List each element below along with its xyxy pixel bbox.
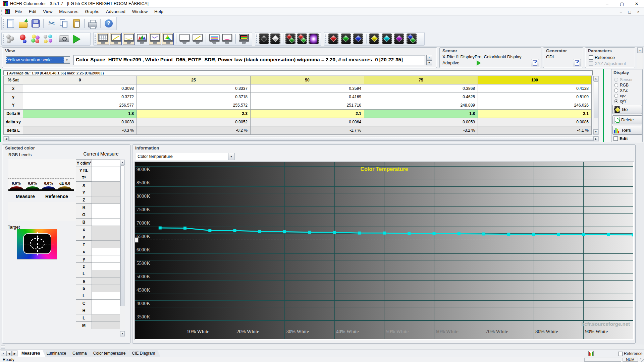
nearblack-graph-view-icon[interactable]	[123, 33, 135, 45]
data-point-marker[interactable]	[283, 230, 286, 233]
open-icon[interactable]	[17, 18, 29, 29]
scrollbar-thumb[interactable]	[1, 346, 5, 349]
minimize-button[interactable]: –	[600, 0, 614, 7]
data-point-marker[interactable]	[433, 232, 436, 235]
data-point-marker[interactable]	[333, 231, 336, 234]
resize-grip[interactable]	[640, 358, 644, 362]
display-radio-rgb[interactable]: RGB	[614, 83, 629, 87]
parameter-checkbox-reference[interactable]: Reference	[589, 55, 615, 60]
table-cell[interactable]: 248.889	[364, 101, 478, 110]
print-icon[interactable]	[87, 18, 98, 29]
measure-grayscale-icon[interactable]	[259, 33, 269, 45]
satluminance-graph-view-icon[interactable]	[221, 33, 233, 45]
measure-nearwhite-icon[interactable]	[270, 33, 280, 45]
chevron-down-icon[interactable]: ▼	[64, 57, 70, 63]
table-cell[interactable]: 1.8	[364, 110, 478, 118]
menu-measures[interactable]: Measures	[56, 8, 82, 15]
table-cell[interactable]: 0.3093	[23, 84, 137, 93]
checkbox-icon[interactable]	[589, 55, 593, 60]
delete-button[interactable]: Delete	[612, 115, 642, 124]
data-point-marker[interactable]	[632, 233, 634, 236]
checkbox-icon[interactable]	[613, 136, 618, 141]
close-button[interactable]: ✕	[629, 0, 644, 7]
measure-all-sat-icon[interactable]	[406, 33, 417, 45]
table-horizontal-scrollbar[interactable]: ◀ ▶	[3, 136, 599, 141]
measure-primaries-icon[interactable]	[285, 33, 296, 45]
table-cell[interactable]: 2.1	[478, 110, 592, 118]
table-cell[interactable]: -4.1 %	[478, 126, 592, 135]
radio-icon[interactable]	[614, 94, 618, 98]
run-measures-icon[interactable]	[71, 33, 82, 45]
primaries-measure-icon[interactable]	[30, 33, 41, 45]
measure-green-sat-icon[interactable]	[340, 33, 352, 45]
cut-icon[interactable]: ✂	[46, 18, 57, 29]
mdi-minimize-button[interactable]: –	[617, 9, 625, 15]
new-icon[interactable]	[5, 18, 16, 29]
table-cell[interactable]: 0.3594	[251, 84, 364, 93]
maximize-button[interactable]: ▢	[614, 0, 629, 7]
scroll-up-icon[interactable]: ▲	[120, 160, 125, 165]
refs-button[interactable]: Refs	[612, 126, 642, 135]
main-horizontal-scrollbar[interactable]	[0, 345, 644, 350]
data-point-marker[interactable]	[358, 232, 361, 235]
measures-file-icon[interactable]	[588, 351, 594, 356]
menu-edit[interactable]: Edit	[25, 8, 40, 15]
menu-help[interactable]: Help	[151, 8, 167, 15]
measure-cyan-sat-icon[interactable]	[381, 33, 392, 45]
tab-luminance[interactable]: Luminance	[43, 350, 71, 357]
mdi-close-button[interactable]: ×	[635, 9, 642, 15]
spinner-up-icon[interactable]: ▲	[426, 55, 432, 60]
menu-window[interactable]: Window	[129, 8, 151, 15]
data-point-marker[interactable]	[458, 232, 461, 235]
radio-icon[interactable]	[614, 88, 618, 93]
table-cell[interactable]: 251.716	[251, 101, 364, 110]
about-icon[interactable]: ?	[103, 18, 114, 29]
menu-view[interactable]: View	[40, 8, 56, 15]
table-cell[interactable]: 0.5109	[478, 93, 592, 101]
table-cell[interactable]: 256.577	[23, 101, 137, 110]
continuous-measure-icon[interactable]	[42, 33, 54, 45]
scroll-up-icon[interactable]: ▲	[593, 76, 598, 81]
current-measure-scrollbar[interactable]: ▲ ▼	[120, 160, 125, 337]
data-point-marker[interactable]	[233, 229, 236, 232]
measures-grid-view-icon[interactable]	[97, 33, 109, 45]
checkbox-icon[interactable]	[618, 352, 623, 356]
table-cell[interactable]: 0.4128	[478, 84, 592, 93]
tab-measures[interactable]: Measures	[18, 350, 45, 357]
measure-magenta-sat-icon[interactable]	[393, 33, 405, 45]
sensor-start-icon[interactable]	[477, 60, 481, 66]
spinner-down-icon[interactable]: ▼	[426, 60, 432, 65]
chevron-down-icon[interactable]: ▼	[228, 153, 234, 160]
scrollbar-thumb[interactable]	[594, 81, 598, 118]
table-cell[interactable]: 246.026	[478, 101, 592, 110]
data-point-marker[interactable]	[383, 232, 386, 235]
menu-advanced[interactable]: Advanced	[103, 8, 129, 15]
table-cell[interactable]: 255.572	[137, 101, 251, 110]
measure-blue-sat-icon[interactable]	[353, 33, 364, 45]
cie-diagram-view-icon[interactable]	[162, 33, 174, 45]
saturation-measures-table[interactable]: % Sat0255075100x0.30930.33370.35940.3868…	[3, 76, 592, 135]
gamma2-graph-view-icon[interactable]	[192, 33, 204, 45]
column-header-0[interactable]: 0	[23, 76, 137, 84]
data-point-marker[interactable]	[582, 233, 585, 236]
sensor-config-button[interactable]	[531, 59, 539, 66]
table-cell[interactable]: 0.0059	[364, 118, 478, 126]
scrollbar-thumb[interactable]	[120, 165, 124, 306]
view-mode-dropdown[interactable]: Yellow saturation scale ▼	[6, 56, 70, 64]
measure-fullset-icon[interactable]	[309, 33, 319, 45]
save-icon[interactable]	[30, 18, 41, 29]
blank-graph-view-icon[interactable]	[178, 33, 191, 45]
table-cell[interactable]: 2.3	[137, 110, 251, 118]
generator-config-button[interactable]	[573, 59, 581, 66]
table-cell[interactable]: 0.4625	[364, 93, 478, 101]
column-header-25[interactable]: 25	[137, 76, 251, 84]
table-cell[interactable]: 0.0038	[23, 118, 137, 126]
table-cell[interactable]: 0.3718	[137, 93, 251, 101]
tab-close-icon[interactable]: ×	[1, 351, 6, 356]
column-header-100[interactable]: 100	[478, 76, 592, 84]
copy-icon[interactable]	[58, 18, 70, 29]
scroll-up-icon[interactable]: ▲	[637, 48, 643, 53]
table-cell[interactable]: -0.3 %	[23, 126, 137, 135]
table-cell[interactable]: 0.4169	[251, 93, 364, 101]
display-radio-xyy[interactable]: xyY	[614, 99, 627, 104]
